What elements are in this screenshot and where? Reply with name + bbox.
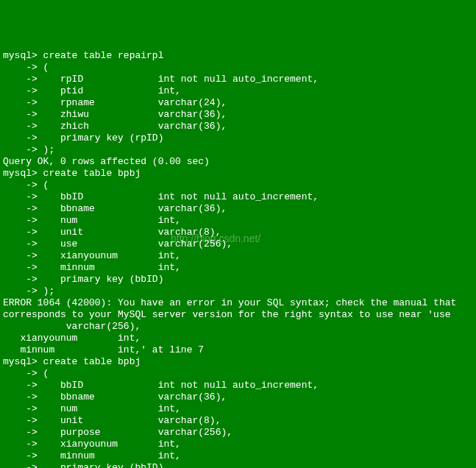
terminal-line: -> primary key (bbID) xyxy=(3,274,473,286)
terminal-line: -> bbname varchar(36), xyxy=(3,391,473,403)
terminal-line: -> ptid int, xyxy=(3,85,473,97)
terminal-line: -> bbID int not null auto_increment, xyxy=(3,191,473,203)
terminal-line: -> unit varchar(8), xyxy=(3,227,473,238)
terminal-line: -> bbID int not null auto_increment, xyxy=(3,380,473,391)
terminal-line: ERROR 1064 (42000): You have an error in… xyxy=(3,297,473,309)
terminal-line: varchar(256), xyxy=(3,321,473,333)
terminal-line: mysql> create table repairpl xyxy=(3,50,473,62)
terminal-line: -> num int, xyxy=(3,403,473,415)
terminal-line: -> primary key (bbID) xyxy=(3,462,473,468)
terminal-line: -> ); xyxy=(3,286,473,297)
terminal-line: -> rpname varchar(24), xyxy=(3,97,473,109)
terminal-line: corresponds to your MySQL server version… xyxy=(3,309,473,321)
terminal-line: minnum int,' at line 7 xyxy=(3,344,473,356)
terminal-line: xianyounum int, xyxy=(3,333,473,344)
terminal-line: -> minnum int, xyxy=(3,450,473,462)
terminal-line: -> unit varchar(8), xyxy=(3,415,473,427)
terminal-line: mysql> create table bpbj xyxy=(3,356,473,368)
terminal-line: -> minnum int, xyxy=(3,262,473,274)
terminal-line: -> use varchar(256), xyxy=(3,238,473,250)
terminal-line: -> purpose varchar(256), xyxy=(3,427,473,439)
terminal-line: -> ); xyxy=(3,144,473,156)
terminal-line: -> ( xyxy=(3,62,473,74)
terminal-line: -> bbname varchar(36), xyxy=(3,203,473,215)
terminal-line: -> num int, xyxy=(3,215,473,227)
terminal-line: Query OK, 0 rows affected (0.00 sec) xyxy=(3,156,473,168)
terminal-line: -> zhiwu varchar(36), xyxy=(3,109,473,121)
terminal-line: -> xianyounum int, xyxy=(3,250,473,262)
terminal-line: mysql> create table bpbj xyxy=(3,168,473,180)
terminal-line: -> rpID int not null auto_increment, xyxy=(3,74,473,85)
terminal-line: -> ( xyxy=(3,368,473,380)
terminal-line: -> primary key (rpID) xyxy=(3,132,473,144)
terminal-output: mysql> create table repairpl -> ( -> rpI… xyxy=(3,50,473,468)
terminal-line: -> zhich varchar(36), xyxy=(3,121,473,132)
terminal-line: -> xianyounum int, xyxy=(3,439,473,450)
terminal-line: -> ( xyxy=(3,180,473,191)
